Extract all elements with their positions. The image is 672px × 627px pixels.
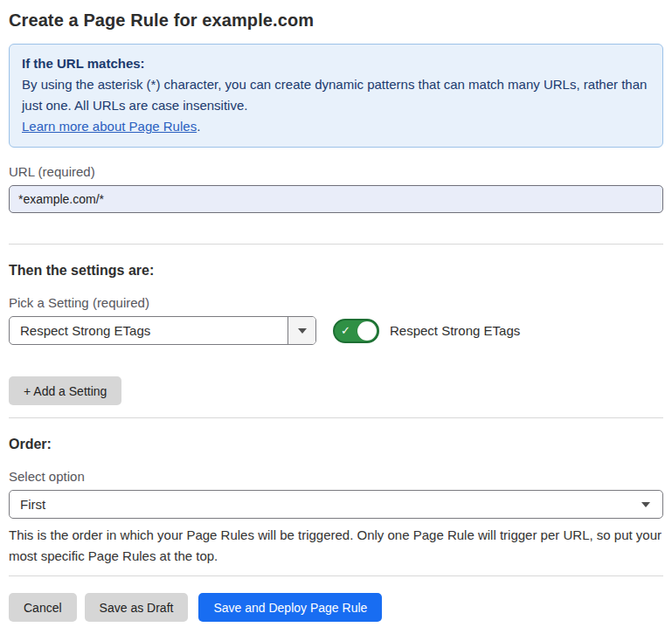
info-box-body: By using the asterisk (*) character, you… bbox=[22, 74, 650, 116]
setting-select-arrow-button[interactable] bbox=[288, 317, 315, 344]
order-section-heading: Order: bbox=[9, 437, 663, 452]
toggle-knob bbox=[357, 321, 377, 341]
link-period: . bbox=[197, 119, 200, 134]
order-select-label: Select option bbox=[9, 469, 663, 484]
divider-1 bbox=[9, 244, 663, 245]
toggle-label: Respect Strong ETags bbox=[390, 323, 520, 338]
save-deploy-button[interactable]: Save and Deploy Page Rule bbox=[198, 593, 382, 622]
add-setting-button[interactable]: + Add a Setting bbox=[9, 376, 121, 405]
page-title: Create a Page Rule for example.com bbox=[9, 10, 663, 31]
setting-select[interactable]: Respect Strong ETags bbox=[9, 316, 316, 345]
order-select-value: First bbox=[10, 497, 641, 512]
respect-strong-etags-toggle[interactable]: ✓ bbox=[333, 319, 379, 343]
divider-2 bbox=[9, 417, 663, 418]
url-field-label: URL (required) bbox=[9, 164, 663, 179]
setting-picker-label: Pick a Setting (required) bbox=[9, 295, 663, 310]
settings-section-heading: Then the settings are: bbox=[9, 263, 663, 279]
divider-3 bbox=[9, 575, 663, 576]
order-select-arrow bbox=[641, 502, 662, 507]
chevron-down-icon bbox=[641, 502, 650, 507]
order-select[interactable]: First bbox=[9, 490, 663, 519]
check-icon: ✓ bbox=[341, 324, 350, 338]
info-box-link-line: Learn more about Page Rules. bbox=[22, 116, 650, 137]
save-draft-button[interactable]: Save as Draft bbox=[85, 593, 189, 622]
learn-more-link[interactable]: Learn more about Page Rules bbox=[22, 119, 197, 134]
cancel-button[interactable]: Cancel bbox=[9, 593, 77, 622]
setting-select-value: Respect Strong ETags bbox=[10, 317, 288, 344]
chevron-down-icon bbox=[298, 328, 307, 334]
info-box-heading: If the URL matches: bbox=[22, 53, 650, 74]
footer-actions: Cancel Save as Draft Save and Deploy Pag… bbox=[9, 593, 663, 622]
url-input[interactable] bbox=[9, 185, 663, 213]
setting-picker-row: Respect Strong ETags ✓ Respect Strong ET… bbox=[9, 316, 663, 345]
order-help-text: This is the order in which your Page Rul… bbox=[9, 525, 663, 567]
url-match-info-box: If the URL matches: By using the asteris… bbox=[9, 44, 663, 148]
page-rule-form: Create a Page Rule for example.com If th… bbox=[0, 0, 672, 622]
